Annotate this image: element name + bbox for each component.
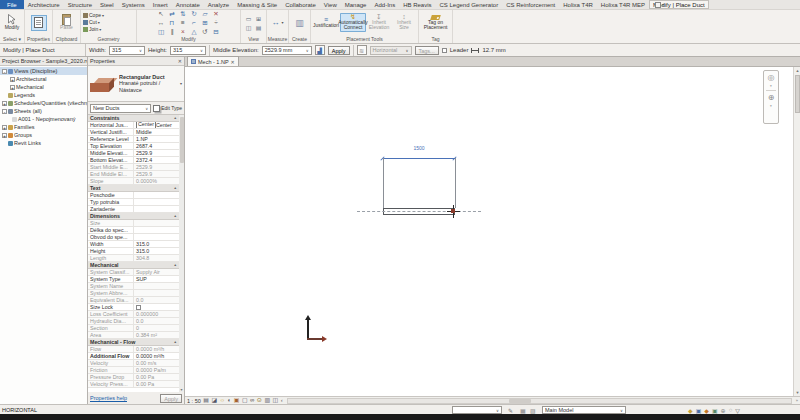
steering-wheel-icon[interactable]: ◎ bbox=[768, 73, 775, 82]
expander-icon[interactable]: - bbox=[2, 69, 7, 74]
ribbon-tab[interactable]: Add-Ins bbox=[370, 0, 399, 9]
modify-tool-icon[interactable]: ∥ bbox=[170, 28, 173, 36]
property-value[interactable] bbox=[134, 304, 179, 310]
tree-item[interactable]: + Schedules/Quantities (všechny) bbox=[0, 99, 87, 107]
ribbon-tab[interactable]: Insert bbox=[149, 0, 172, 9]
chevron-down-icon[interactable]: ▾ bbox=[180, 81, 182, 86]
create-duct-icon[interactable]: ▥ bbox=[295, 18, 304, 28]
collapse-icon[interactable]: ▲ bbox=[174, 116, 177, 120]
property-value[interactable] bbox=[134, 220, 179, 226]
orientation-select[interactable]: Horizontal ∨ bbox=[370, 46, 412, 55]
drawing-canvas[interactable]: 1500 ◎ ▾ ⊕ ▾ ▲ ▼ bbox=[185, 67, 800, 396]
placement-tool-button[interactable]: ↕ Inherit Size bbox=[392, 13, 416, 32]
property-value[interactable] bbox=[134, 199, 179, 205]
chevron-down-icon[interactable]: ▾ bbox=[770, 84, 772, 88]
placement-tool-button[interactable]: ↯ Automatically Connect bbox=[340, 13, 366, 32]
paste-button[interactable]: Paste bbox=[59, 13, 74, 32]
checkbox[interactable] bbox=[136, 305, 141, 310]
tree-item[interactable]: + Architectural bbox=[0, 75, 87, 83]
ribbon-tab[interactable]: Analyze bbox=[204, 0, 233, 9]
tree-item[interactable]: + Families bbox=[0, 123, 87, 131]
property-value[interactable]: 304.8 bbox=[134, 255, 179, 261]
property-value[interactable] bbox=[134, 227, 179, 233]
view-control-icon[interactable]: ▥ bbox=[264, 397, 270, 404]
property-value[interactable]: 0.0000% bbox=[134, 178, 179, 184]
middle-elevation-select[interactable]: 2529.9 mm ∨ bbox=[262, 46, 312, 55]
modify-tool-icon[interactable]: ↖ bbox=[158, 10, 163, 18]
property-value[interactable]: 0.0 bbox=[134, 297, 179, 303]
ribbon-tab[interactable]: Systems bbox=[118, 0, 149, 9]
panel-label-properties[interactable]: Properties bbox=[25, 35, 52, 43]
modify-tool-icon[interactable]: × bbox=[181, 28, 185, 35]
status-icon[interactable]: ◆ bbox=[688, 407, 693, 414]
property-value[interactable]: 2529.9 bbox=[134, 164, 179, 170]
height-select[interactable]: 315 ∨ bbox=[170, 46, 206, 55]
property-value[interactable]: 2687.4 bbox=[134, 143, 179, 149]
ribbon-tab[interactable]: Massing & Site bbox=[233, 0, 281, 9]
modify-button[interactable]: Modify bbox=[4, 13, 21, 32]
ribbon-tab[interactable]: Holixa T4R bbox=[559, 0, 597, 9]
horizontal-scrollbar[interactable] bbox=[287, 398, 792, 404]
status-icon[interactable]: ◆ bbox=[704, 407, 709, 414]
edit-type-button[interactable]: Edit Type bbox=[153, 105, 182, 112]
tree-item[interactable]: - Views (Discipline) bbox=[0, 67, 87, 75]
properties-section-header[interactable]: Dimensions ▲ bbox=[88, 213, 179, 220]
status-icon[interactable]: ▣ bbox=[696, 407, 702, 414]
tree-item[interactable]: - Sheets (all) bbox=[0, 107, 87, 115]
modify-tool-icon[interactable]: ▱ bbox=[203, 10, 208, 18]
width-select[interactable]: 315 ∨ bbox=[109, 46, 145, 55]
property-value[interactable]: Center Center bbox=[134, 122, 179, 128]
tree-item[interactable]: Legends bbox=[0, 91, 87, 99]
property-value[interactable]: 0.000000 bbox=[134, 311, 179, 317]
modify-tool-icon[interactable]: ⊞ bbox=[202, 19, 207, 27]
property-value[interactable]: Middle bbox=[134, 129, 179, 135]
collapse-icon[interactable]: ▲ bbox=[174, 263, 177, 267]
ribbon-tab[interactable]: CS Reinforcement bbox=[502, 0, 559, 9]
view-control-icon[interactable]: ⊙ bbox=[257, 397, 262, 404]
view-tool-icon[interactable]: ◫ bbox=[246, 24, 252, 31]
scroll-down-icon[interactable]: ▼ bbox=[179, 388, 184, 392]
tree-item[interactable]: Revit Links bbox=[0, 139, 87, 147]
view-control-icon[interactable]: ◪ bbox=[211, 397, 217, 404]
close-icon[interactable]: ✕ bbox=[231, 59, 235, 65]
scroll-corner-icon[interactable]: » bbox=[796, 398, 800, 403]
ribbon-tab[interactable]: HB Reavis bbox=[399, 0, 435, 9]
properties-apply-button[interactable]: Apply bbox=[160, 394, 182, 403]
modify-tool-icon[interactable]: △ bbox=[192, 28, 197, 36]
active-workset-select[interactable]: ∨ bbox=[452, 406, 502, 414]
tags-button[interactable]: Tags... bbox=[415, 46, 439, 55]
expander-icon[interactable]: - bbox=[2, 109, 7, 114]
modify-tool-icon[interactable]: ↺ bbox=[202, 28, 207, 36]
vertical-scrollbar[interactable]: ▲ ▼ bbox=[793, 67, 800, 396]
modify-tool-icon[interactable]: ÷ bbox=[214, 19, 218, 26]
property-value[interactable]: 0.00 m/s bbox=[134, 360, 179, 366]
view-control-icon[interactable]: ☼ bbox=[220, 397, 226, 404]
panel-label-geometry[interactable]: Geometry bbox=[81, 35, 136, 43]
property-value[interactable]: 0.00 Pa bbox=[134, 374, 179, 380]
ribbon-tab[interactable]: Structure bbox=[64, 0, 96, 9]
view-tool-icon[interactable]: ▤ bbox=[256, 24, 262, 31]
modify-tool-icon[interactable]: ◫ bbox=[158, 28, 164, 36]
property-value[interactable]: 0 bbox=[134, 325, 179, 331]
design-option-select[interactable]: Main Model ∨ bbox=[542, 406, 626, 414]
panel-label-modify[interactable]: Modify bbox=[137, 35, 240, 43]
apply-button[interactable]: Apply bbox=[328, 46, 350, 55]
measure-icon[interactable]: ↔ bbox=[271, 18, 279, 27]
modify-tool-icon[interactable]: ≡ bbox=[181, 19, 185, 26]
properties-scrollbar[interactable]: ▼ bbox=[179, 115, 184, 392]
properties-section-header[interactable]: Mechanical ▲ bbox=[88, 262, 179, 269]
property-value[interactable] bbox=[134, 192, 179, 198]
property-value[interactable]: 315.0 bbox=[134, 241, 179, 247]
placement-tool-button[interactable]: ≡ Justification bbox=[313, 16, 339, 29]
status-icon[interactable]: ○ bbox=[729, 407, 733, 414]
property-value[interactable] bbox=[134, 234, 179, 240]
ribbon-display-options[interactable]: ▾ bbox=[655, 2, 664, 8]
view-control-icon[interactable]: ◐ bbox=[228, 397, 232, 404]
property-value[interactable]: Supply Air bbox=[134, 269, 179, 275]
collapse-icon[interactable]: ▲ bbox=[174, 340, 177, 344]
ribbon-tab[interactable]: Manage bbox=[341, 0, 371, 9]
ribbon-tab[interactable]: Collaborate bbox=[281, 0, 320, 9]
ribbon-tab[interactable]: View bbox=[320, 0, 341, 9]
properties-header[interactable]: Properties ✕ bbox=[88, 57, 184, 66]
elevation-picker-button[interactable]: ▟ bbox=[315, 45, 325, 55]
